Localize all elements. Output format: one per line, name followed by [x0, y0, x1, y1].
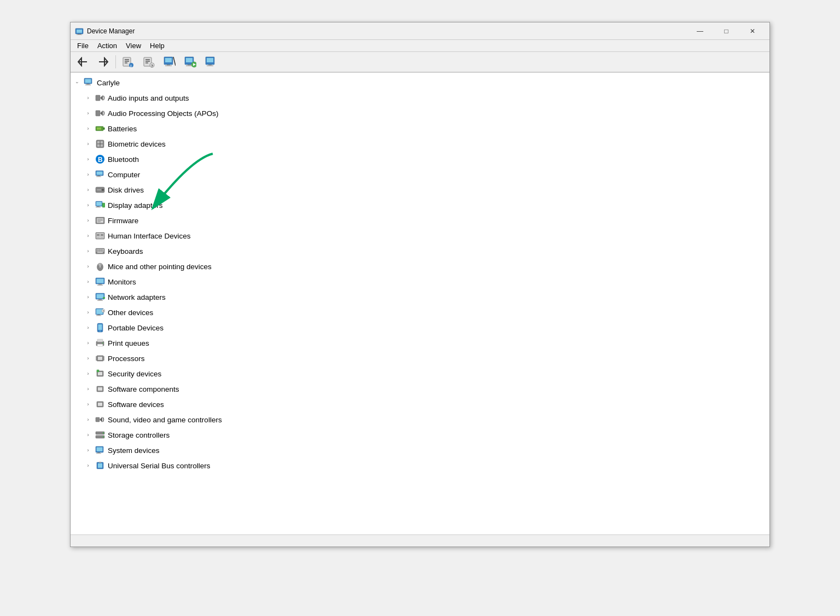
system-icon	[95, 445, 106, 456]
menu-help[interactable]: Help	[145, 40, 169, 51]
svg-text:?: ?	[151, 63, 154, 68]
chevron-security: ›	[84, 369, 92, 378]
tree-item-system[interactable]: › System devices	[71, 443, 769, 458]
svg-rect-94	[97, 285, 103, 286]
mice-label: Mice and other pointing devices	[108, 263, 212, 271]
tree-root-carlyle[interactable]: › Carlyle	[71, 75, 769, 90]
titlebar: Device Manager — □ ✕	[71, 22, 769, 40]
sound-label: Sound, video and game controllers	[108, 416, 222, 424]
sound-icon	[95, 414, 106, 425]
portable-icon	[95, 322, 106, 333]
tree-item-keyboards[interactable]: › Keyboards	[71, 243, 769, 259]
tree-item-hid[interactable]: › Human Interface Devices	[71, 228, 769, 243]
tree-item-batteries[interactable]: › Batteries	[71, 121, 769, 136]
audio-processing-icon	[95, 108, 106, 119]
svg-rect-54	[97, 176, 100, 176]
tree-item-display-adapters[interactable]: › Display adapters	[71, 197, 769, 213]
svg-line-24	[173, 57, 176, 66]
chevron-batteries: ›	[84, 124, 92, 133]
menubar: File Action View Help	[71, 40, 769, 52]
hide-device-button[interactable]	[160, 54, 179, 70]
svg-rect-34	[207, 66, 213, 67]
menu-view[interactable]: View	[121, 40, 145, 51]
software-devices-label: Software devices	[108, 400, 164, 409]
audio-inputs-label: Audio inputs and outputs	[108, 94, 189, 102]
tree-item-network[interactable]: › Network adapters	[71, 289, 769, 305]
chevron-biometric: ›	[84, 140, 92, 148]
tree-item-audio-inputs[interactable]: › Audio inputs and outputs	[71, 90, 769, 106]
svg-marker-40	[100, 95, 103, 101]
svg-rect-83	[100, 251, 101, 252]
svg-rect-37	[86, 84, 90, 85]
tree-item-other[interactable]: › ? Other devices	[71, 305, 769, 320]
svg-rect-60	[96, 202, 102, 206]
svg-rect-81	[97, 251, 98, 252]
keyboards-icon	[95, 246, 106, 257]
software-devices-icon	[95, 399, 106, 410]
svg-rect-23	[165, 66, 172, 67]
print-label: Print queues	[108, 339, 149, 347]
svg-rect-110	[97, 339, 103, 342]
usb-label: Universal Serial Bus controllers	[108, 462, 211, 470]
chevron-monitors: ›	[84, 277, 92, 286]
svg-text:B: B	[98, 156, 103, 164]
computer-label: Computer	[108, 171, 140, 179]
tree-item-portable[interactable]: › Portable Devices	[71, 320, 769, 335]
tree-item-bluetooth[interactable]: › B Bluetooth	[71, 152, 769, 167]
tree-item-audio-processing[interactable]: › Audio Processing Objects (APOs)	[71, 106, 769, 121]
svg-rect-32	[207, 58, 213, 62]
svg-rect-98	[97, 300, 103, 301]
tree-item-computer[interactable]: › Computer	[71, 167, 769, 182]
tree-item-print[interactable]: › Print queues	[71, 335, 769, 351]
chevron-bluetooth: ›	[84, 155, 92, 164]
tree-item-software-devices[interactable]: › Software devices	[71, 397, 769, 412]
tree-item-software-components[interactable]: › Software components	[71, 381, 769, 397]
svg-rect-97	[98, 299, 102, 300]
svg-rect-72	[101, 234, 103, 236]
svg-rect-77	[98, 249, 100, 251]
toolbar: i ?	[71, 52, 769, 73]
svg-rect-71	[97, 234, 100, 236]
menu-file[interactable]: File	[73, 40, 93, 51]
svg-rect-63	[102, 203, 105, 207]
svg-point-57	[102, 189, 104, 191]
show-properties-button[interactable]: i	[118, 54, 138, 70]
tree-item-biometric[interactable]: › Biometric devices	[71, 136, 769, 152]
chevron-software-devices: ›	[84, 400, 92, 409]
storage-label: Storage controllers	[108, 431, 170, 439]
tree-item-usb[interactable]: › Universal Serial Bus controllers	[71, 458, 769, 473]
display-adapters-label: Display adapters	[108, 201, 163, 210]
tree-item-security[interactable]: › Security devices	[71, 366, 769, 381]
tree-item-processors[interactable]: › Processors	[71, 351, 769, 366]
svg-rect-3	[77, 34, 82, 35]
minimize-button[interactable]: —	[687, 24, 713, 39]
tree-item-disk-drives[interactable]: › Disk drives	[71, 182, 769, 197]
back-button[interactable]	[73, 54, 92, 70]
svg-marker-131	[100, 417, 102, 422]
tree-item-storage[interactable]: › Storage controllers	[71, 427, 769, 443]
monitors-label: Monitors	[108, 278, 136, 286]
help-button[interactable]: ?	[139, 54, 159, 70]
computer-item-icon	[95, 169, 106, 180]
tree-item-sound[interactable]: › Sound, video and game controllers	[71, 412, 769, 427]
biometric-label: Biometric devices	[108, 140, 166, 148]
chevron-disk-drives: ›	[84, 185, 92, 194]
scan-button[interactable]	[201, 54, 221, 70]
close-button[interactable]: ✕	[740, 24, 765, 39]
update-driver-button[interactable]	[180, 54, 200, 70]
chevron-usb: ›	[84, 461, 92, 470]
svg-rect-124	[98, 372, 102, 375]
tree-item-firmware[interactable]: › Firmware	[71, 213, 769, 228]
svg-rect-80	[103, 249, 104, 251]
forward-button[interactable]	[94, 54, 113, 70]
maximize-button[interactable]: □	[714, 24, 739, 39]
chevron-audio-processing: ›	[84, 109, 92, 118]
menu-action[interactable]: Action	[93, 40, 121, 51]
tree-item-monitors[interactable]: › Monitors	[71, 274, 769, 289]
tree-item-mice[interactable]: › Mice and other pointing devices	[71, 259, 769, 274]
chevron-other: ›	[84, 308, 92, 317]
disk-drives-label: Disk drives	[108, 186, 144, 194]
svg-rect-39	[96, 95, 100, 101]
mice-icon	[95, 261, 106, 272]
chevron-storage: ›	[84, 431, 92, 439]
